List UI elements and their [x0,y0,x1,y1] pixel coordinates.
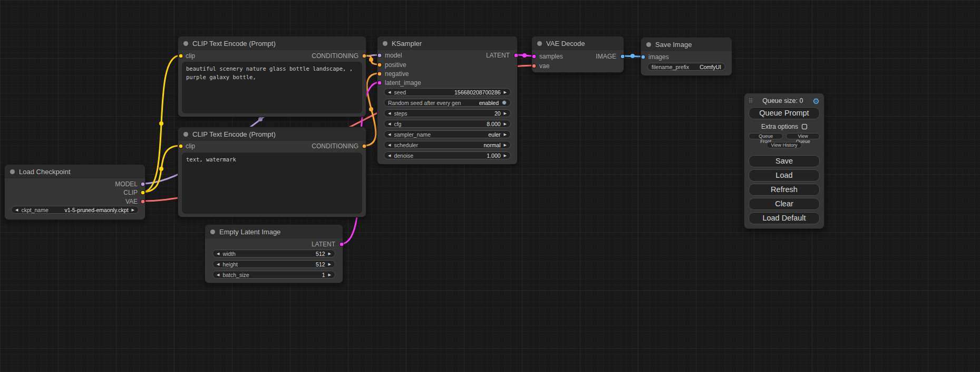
node-save-image[interactable]: Save Image images filename_prefix ComfyU… [641,37,732,76]
widget-batch-size[interactable]: ◀ batch_size 1 ▶ [212,271,335,279]
output-port-vae[interactable] [141,199,145,204]
widget-height[interactable]: ◀ height 512 ▶ [212,260,335,268]
collapse-dot-icon[interactable] [210,230,215,234]
wire-midpoint-dot[interactable] [522,53,527,58]
toggle-dot-icon[interactable] [502,100,507,105]
input-port-clip[interactable] [179,54,183,59]
save-button[interactable]: Save [749,155,820,167]
decrement-icon[interactable]: ◀ [388,90,391,94]
extra-options-label: Extra options [761,123,798,130]
node-vae-decode[interactable]: VAE Decode samples vae IMAGE [531,36,624,73]
node-title-bar[interactable]: Load Checkpoint [5,165,145,178]
input-port-images[interactable] [641,55,646,60]
wire-midpoint-dot[interactable] [159,121,163,126]
load-button[interactable]: Load [749,169,820,182]
queue-front-button[interactable]: Queue Front [749,133,783,139]
decrement-icon[interactable]: ◀ [217,273,219,276]
decrement-icon[interactable]: ◀ [217,252,219,255]
decrement-icon[interactable]: ◀ [388,154,391,157]
collapse-dot-icon[interactable] [10,169,15,174]
wire-midpoint-dot[interactable] [258,117,263,121]
widget-value: 1.000 [487,152,500,159]
output-port-latent[interactable] [514,53,519,58]
decrement-icon[interactable]: ◀ [15,208,18,212]
widget-denoise[interactable]: ◀ denoise 1.000 ▶ [384,151,511,159]
widget-label: denoise [394,152,413,159]
output-port-conditioning[interactable] [362,144,367,149]
graph-canvas[interactable]: { "colors": { "model": "#B39DDB", "clip"… [0,0,980,372]
decrement-icon[interactable]: ◀ [388,143,391,147]
widget-filename-prefix[interactable]: filename_prefix ComfyUI [647,63,725,71]
collapse-dot-icon[interactable] [646,42,651,47]
widget-steps[interactable]: ◀ steps 20 ▶ [384,109,511,117]
view-queue-button[interactable]: View Queue [786,133,820,139]
widget-width[interactable]: ◀ width 512 ▶ [212,250,335,257]
widget-seed[interactable]: ◀ seed 156680208700286 ▶ [384,88,511,96]
node-title-bar[interactable]: Empty Latent Image [205,225,343,239]
node-ksampler[interactable]: KSampler model positive negative latent_… [377,36,518,165]
view-history-button[interactable]: View History [766,142,802,148]
wire-midpoint-dot[interactable] [369,107,373,111]
collapse-dot-icon[interactable] [183,132,188,137]
decrement-icon[interactable]: ◀ [217,262,219,266]
widget-ckpt-name[interactable]: ◀ ckpt_name v1-5-pruned-emaonly.ckpt ▶ [11,206,139,214]
collapse-dot-icon[interactable] [537,41,542,46]
node-title-bar[interactable]: CLIP Text Encode (Prompt) [178,127,366,141]
collapse-dot-icon[interactable] [383,41,387,46]
increment-icon[interactable]: ▶ [504,143,507,147]
clear-button[interactable]: Clear [749,198,820,210]
node-clip-text-encode-positive[interactable]: CLIP Text Encode (Prompt) clip CONDITION… [178,36,366,117]
input-port-vae[interactable] [532,64,537,69]
widget-label: ckpt_name [21,207,48,213]
input-port-latent-image[interactable] [377,81,382,85]
collapse-dot-icon[interactable] [183,41,188,46]
input-label-model: model [385,52,402,59]
node-empty-latent-image[interactable]: Empty Latent Image LATENT ◀ width 512 ▶ … [205,224,343,283]
wire-midpoint-dot[interactable] [159,167,163,171]
node-clip-text-encode-negative[interactable]: CLIP Text Encode (Prompt) clip CONDITION… [178,127,366,217]
output-port-image[interactable] [620,54,625,59]
wire-midpoint-dot[interactable] [630,54,635,58]
increment-icon[interactable]: ▶ [504,154,507,157]
decrement-icon[interactable]: ◀ [388,132,391,136]
input-port-samples[interactable] [532,54,537,59]
settings-gear-icon[interactable]: ⚙ [813,97,820,105]
input-port-model[interactable] [377,53,382,58]
increment-icon[interactable]: ▶ [504,132,507,136]
decrement-icon[interactable]: ◀ [388,111,391,115]
node-title-bar[interactable]: VAE Decode [532,36,624,50]
node-load-checkpoint[interactable]: Load Checkpoint MODEL CLIP VAE ◀ ckpt_na… [4,164,145,220]
load-default-button[interactable]: Load Default [749,212,820,224]
node-title-bar[interactable]: CLIP Text Encode (Prompt) [178,36,366,50]
increment-icon[interactable]: ▶ [504,122,507,126]
node-title-bar[interactable]: KSampler [377,36,517,50]
refresh-button[interactable]: Refresh [749,184,820,196]
drag-handle-icon[interactable]: ⠿ [749,98,753,104]
prompt-textarea[interactable]: text, watermark [182,152,362,214]
extra-options-checkbox[interactable] [802,124,807,129]
output-port-conditioning[interactable] [362,54,367,59]
input-port-positive[interactable] [377,63,382,68]
output-port-model[interactable] [141,182,145,187]
input-port-clip[interactable] [179,144,183,149]
increment-icon[interactable]: ▶ [328,252,331,255]
input-port-negative[interactable] [377,72,382,77]
output-port-latent[interactable] [339,242,344,247]
widget-label: width [222,251,236,257]
increment-icon[interactable]: ▶ [504,90,507,94]
prompt-textarea[interactable]: beautiful scenery nature glass bottle la… [182,62,362,113]
node-title-bar[interactable]: Save Image [641,37,732,51]
increment-icon[interactable]: ▶ [132,208,134,212]
widget-random-seed-toggle[interactable]: Random seed after every gen enabled [384,99,511,107]
decrement-icon[interactable]: ◀ [388,122,391,126]
input-label-vae: vae [539,62,549,70]
widget-cfg[interactable]: ◀ cfg 8.000 ▶ [384,120,511,128]
widget-scheduler[interactable]: ◀ scheduler normal ▶ [384,141,511,149]
increment-icon[interactable]: ▶ [328,273,331,276]
widget-sampler-name[interactable]: ◀ sampler_name euler ▶ [384,130,511,138]
queue-prompt-button[interactable]: Queue Prompt [749,107,820,119]
increment-icon[interactable]: ▶ [504,111,507,115]
increment-icon[interactable]: ▶ [328,262,331,266]
wire-midpoint-dot[interactable] [369,58,373,62]
output-port-clip[interactable] [141,190,145,195]
